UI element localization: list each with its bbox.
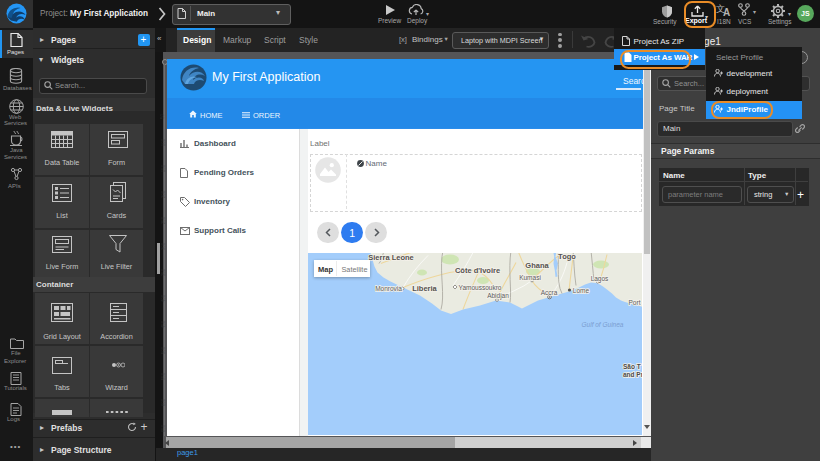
- svg-text:Liberia: Liberia: [412, 284, 437, 293]
- svg-text:Ghana: Ghana: [525, 260, 549, 269]
- svg-text:Monrovia: Monrovia: [375, 285, 402, 292]
- svg-text:São T: São T: [623, 363, 641, 370]
- svg-text:Gulf of Guinea: Gulf of Guinea: [581, 320, 623, 327]
- svg-text:Lagos: Lagos: [590, 274, 608, 282]
- svg-text:Yamoussoukro: Yamoussoukro: [458, 283, 501, 290]
- svg-text:and Pr: and Pr: [623, 370, 642, 377]
- svg-text:A: A: [723, 7, 730, 17]
- svg-text:Accra: Accra: [540, 289, 557, 296]
- svg-text:Côte d'Ivoire: Côte d'Ivoire: [454, 266, 499, 275]
- svg-text:Sierra Leone: Sierra Leone: [368, 253, 413, 262]
- svg-text:Togo: Togo: [558, 253, 576, 261]
- svg-text:Kumasi: Kumasi: [519, 273, 541, 280]
- svg-text:Abidjan: Abidjan: [487, 292, 509, 300]
- svg-text:Port: Port: [628, 298, 640, 305]
- svg-text:Lome: Lome: [572, 286, 589, 293]
